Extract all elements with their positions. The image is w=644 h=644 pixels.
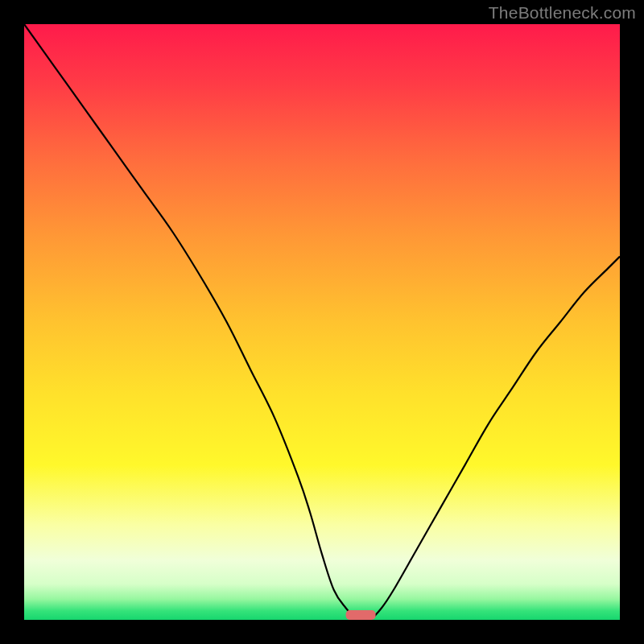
watermark-text: TheBottleneck.com	[489, 3, 636, 23]
optimum-marker	[346, 610, 376, 620]
bottleneck-chart	[24, 24, 620, 620]
chart-frame	[24, 24, 620, 620]
gradient-background	[24, 24, 620, 620]
